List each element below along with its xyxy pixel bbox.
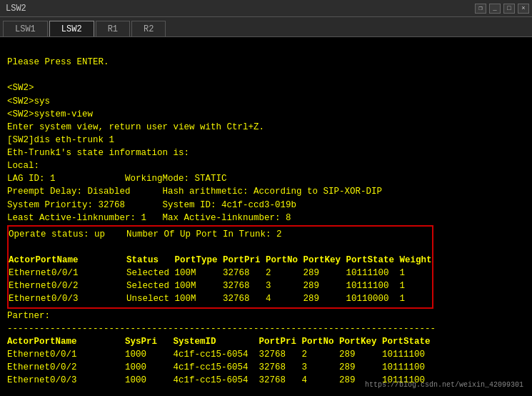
- line-blank1: [7, 43, 525, 56]
- line-sys: <SW2>sys: [7, 95, 525, 108]
- watermark: https://blog.csdn.net/weixin_42099301: [365, 380, 523, 391]
- line-lag-id: LAG ID: 1 WorkingMode: STATIC: [7, 172, 525, 185]
- line-separator: ----------------------------------------…: [7, 322, 525, 335]
- highlight-box: Operate status: up Number Of Up Port In …: [7, 225, 433, 309]
- window-controls: ❐ _ □ ×: [475, 4, 529, 14]
- line-least-active: Least Active-linknumber: 1 Max Active-li…: [7, 212, 525, 224]
- tab-r2[interactable]: R2: [131, 21, 166, 36]
- line-partner-eth001: Ethernet0/0/1 1000 4c1f-cc15-6054 32768 …: [7, 348, 525, 361]
- line-partner: Partner:: [7, 310, 525, 322]
- maximize-button[interactable]: □: [503, 4, 515, 14]
- line-eth001: Ethernet0/0/1 Selected 100M 32768 2 289 …: [9, 267, 432, 279]
- line-enter-sys: Enter system view, return user view with…: [7, 121, 525, 134]
- tab-lsw1[interactable]: LSW1: [3, 21, 48, 36]
- terminal-output: Please Press ENTER. <SW2> <SW2>sys <SW2>…: [0, 37, 532, 396]
- line-system-view: <SW2>system-view: [7, 108, 525, 121]
- line-operate-status: Operate status: up Number Of Up Port In …: [9, 228, 432, 241]
- title-bar: LSW2 ❐ _ □ ×: [0, 0, 532, 17]
- tab-lsw2[interactable]: LSW2: [49, 21, 94, 36]
- line-eth-trunk-state: Eth-Trunk1's state information is:: [7, 147, 525, 159]
- line-partner-eth002: Ethernet0/0/2 1000 4c1f-cc15-6054 32768 …: [7, 361, 525, 374]
- line-blank-in-box: [9, 241, 432, 254]
- tab-bar: LSW1 LSW2 R1 R2: [0, 17, 532, 37]
- tab-r1[interactable]: R1: [96, 21, 130, 36]
- line-dis-eth: [SW2]dis eth-trunk 1: [7, 134, 525, 147]
- line-blank2: [7, 69, 525, 81]
- line-eth003: Ethernet0/0/3 Unselect 100M 32768 4 289 …: [9, 292, 432, 305]
- line-sys-priority: System Priority: 32768 System ID: 4c1f-c…: [7, 199, 525, 212]
- close-button[interactable]: ×: [518, 4, 529, 14]
- line-local: Local:: [7, 159, 525, 172]
- restore-button[interactable]: ❐: [475, 4, 486, 14]
- minimize-button[interactable]: _: [489, 4, 501, 14]
- line-press-enter: Please Press ENTER.: [7, 56, 525, 69]
- line-eth002: Ethernet0/0/2 Selected 100M 32768 3 289 …: [9, 279, 432, 292]
- line-preempt: Preempt Delay: Disabled Hash arithmetic:…: [7, 185, 525, 198]
- line-prompt1: <SW2>: [7, 81, 525, 94]
- line-partner-header: ActorPortName SysPri SystemID PortPri Po…: [7, 335, 525, 348]
- window-title: LSW2: [6, 4, 26, 14]
- line-actor-header: ActorPortName Status PortType PortPri Po…: [9, 254, 432, 267]
